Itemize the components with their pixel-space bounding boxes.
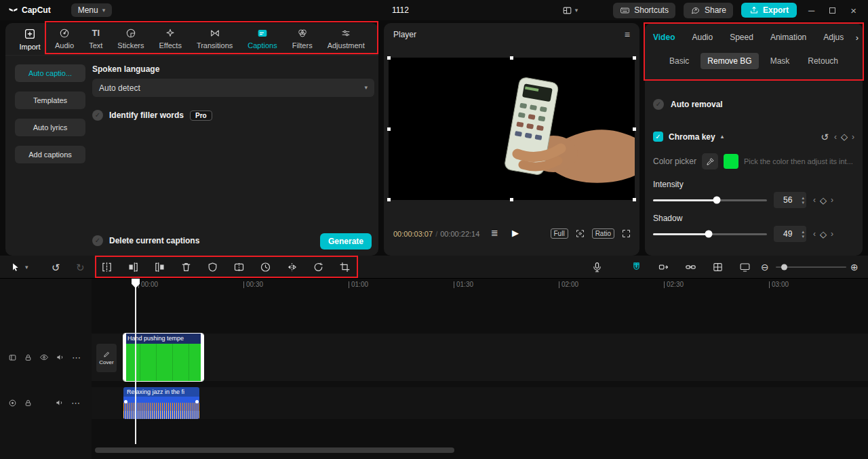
tabs-overflow-icon[interactable]: › xyxy=(856,33,859,42)
audio-keyframe-dot[interactable] xyxy=(195,400,199,403)
sidebar-item-add-captions[interactable]: Add captions xyxy=(15,146,85,163)
tab-transitions[interactable]: Transitions xyxy=(189,28,240,49)
record-track-icon[interactable] xyxy=(8,399,17,407)
full-view-button[interactable]: Full xyxy=(551,228,568,239)
preview-axis-icon[interactable] xyxy=(712,261,724,273)
transform-handle[interactable] xyxy=(510,198,513,201)
export-button[interactable]: Export xyxy=(741,3,797,18)
chevron-down-icon[interactable]: ▾ xyxy=(25,264,28,270)
hide-track-icon[interactable] xyxy=(39,353,49,362)
linking-icon[interactable] xyxy=(685,261,696,273)
speed-icon[interactable] xyxy=(260,261,271,273)
eyedropper-button[interactable] xyxy=(702,153,718,169)
language-select[interactable]: Auto detect ▾ xyxy=(92,79,374,97)
magnetic-main-track-icon[interactable] xyxy=(631,261,642,273)
tab-speed[interactable]: Speed xyxy=(730,33,753,42)
transform-handle[interactable] xyxy=(633,127,636,131)
transform-handle[interactable] xyxy=(633,198,636,201)
shadow-value-box[interactable]: 49 ▴ ▾ xyxy=(774,226,806,242)
auto-removal-checkbox[interactable]: ✓ xyxy=(653,99,664,110)
sidebar-item-templates[interactable]: Templates xyxy=(15,92,85,109)
track-more-icon[interactable]: ⋯ xyxy=(71,399,80,407)
zoom-out-icon[interactable]: ⊖ xyxy=(761,262,769,272)
fullscreen-icon[interactable] xyxy=(621,228,631,239)
delete-right-icon[interactable] xyxy=(154,261,165,273)
freeze-icon[interactable] xyxy=(207,261,218,273)
identify-filler-checkbox[interactable]: ✓ xyxy=(92,110,103,121)
timeline-zoom-slider[interactable] xyxy=(776,266,846,268)
collapse-icon[interactable]: ▴ xyxy=(721,134,724,140)
prev-keyframe-icon[interactable]: ‹ xyxy=(834,133,837,141)
subtab-remove-bg[interactable]: Remove BG xyxy=(701,53,758,69)
transform-handle[interactable] xyxy=(633,56,636,60)
intensity-value-box[interactable]: 56 ▴ ▾ xyxy=(774,192,806,208)
subtab-basic[interactable]: Basic xyxy=(663,53,696,69)
record-voiceover-icon[interactable] xyxy=(591,261,603,273)
sidebar-item-auto-lyrics[interactable]: Auto lyrics xyxy=(15,119,85,136)
zoom-in-icon[interactable]: ⊕ xyxy=(850,262,859,272)
tab-captions[interactable]: Captions xyxy=(240,28,284,49)
track-more-icon[interactable]: ⋯ xyxy=(72,353,81,362)
import-button[interactable]: Import xyxy=(12,28,47,51)
reset-icon[interactable]: ↺ xyxy=(821,132,829,142)
chroma-key-checkbox[interactable]: ✓ xyxy=(653,132,663,142)
sidebar-item-auto-captions[interactable]: Auto captio... xyxy=(15,64,85,82)
add-keyframe-icon[interactable]: ◇ xyxy=(841,132,848,141)
delete-icon[interactable] xyxy=(180,261,192,273)
transform-handle[interactable] xyxy=(387,56,391,60)
render-preview-icon[interactable] xyxy=(739,261,751,273)
tab-adjustment-settings[interactable]: Adjus xyxy=(823,33,844,42)
delete-left-icon[interactable] xyxy=(127,261,139,273)
split-icon[interactable] xyxy=(101,261,113,273)
video-preview[interactable] xyxy=(389,58,635,200)
crop-icon[interactable] xyxy=(339,261,351,273)
tab-adjustment[interactable]: Adjustment xyxy=(320,28,372,49)
layout-switcher[interactable]: ▾ xyxy=(562,5,578,16)
next-keyframe-icon[interactable]: › xyxy=(852,133,854,141)
mute-track-icon[interactable] xyxy=(56,353,65,362)
focus-icon[interactable] xyxy=(575,228,585,239)
close-button[interactable]: × xyxy=(847,5,860,16)
tab-animation[interactable]: Animation xyxy=(770,33,806,42)
next-keyframe-icon[interactable]: › xyxy=(831,230,833,238)
track-screen-icon[interactable] xyxy=(8,353,17,362)
player-menu-icon[interactable]: ≡ xyxy=(625,30,630,39)
tab-stickers[interactable]: Stickers xyxy=(110,28,151,49)
add-keyframe-icon[interactable]: ◇ xyxy=(820,196,827,205)
ratio-button[interactable]: Ratio xyxy=(592,228,614,239)
tab-audio-settings[interactable]: Audio xyxy=(692,33,713,42)
menu-button[interactable]: Menu ▾ xyxy=(71,3,113,17)
play-queue-icon[interactable]: ≣ xyxy=(491,228,498,237)
tab-text[interactable]: TI Text xyxy=(81,28,110,49)
intensity-stepper[interactable]: ▴ ▾ xyxy=(802,195,804,205)
lock-track-icon[interactable] xyxy=(24,353,33,362)
cover-button[interactable]: Cover xyxy=(96,344,117,372)
tab-audio[interactable]: Audio xyxy=(47,28,81,49)
transform-handle[interactable] xyxy=(510,56,513,60)
playhead-line[interactable] xyxy=(135,279,136,444)
rotate-icon[interactable] xyxy=(313,261,324,273)
shadow-stepper[interactable]: ▴ ▾ xyxy=(802,229,804,239)
chroma-color-swatch[interactable] xyxy=(724,154,738,169)
next-keyframe-icon[interactable]: › xyxy=(831,196,833,204)
timeline-scrollbar[interactable] xyxy=(95,447,454,453)
subtab-retouch[interactable]: Retouch xyxy=(801,53,845,69)
minimize-button[interactable]: ─ xyxy=(805,6,818,15)
auto-ripple-icon[interactable] xyxy=(658,261,669,273)
maximize-button[interactable] xyxy=(829,7,835,14)
mute-track-icon[interactable] xyxy=(55,398,64,407)
prev-keyframe-icon[interactable]: ‹ xyxy=(813,230,816,238)
video-track-lane[interactable] xyxy=(92,334,868,381)
play-button[interactable]: ▶ xyxy=(512,228,519,237)
tab-effects[interactable]: Effects xyxy=(151,28,189,49)
tab-filters[interactable]: Filters xyxy=(285,28,320,49)
intensity-slider[interactable] xyxy=(653,199,767,201)
flip-horizontal-icon[interactable] xyxy=(286,261,298,273)
audio-keyframe-dot[interactable] xyxy=(124,400,127,403)
delete-captions-checkbox[interactable]: ✓ xyxy=(92,235,103,246)
zoom-slider-thumb[interactable] xyxy=(781,264,787,270)
tab-video[interactable]: Video xyxy=(653,33,675,42)
shortcuts-button[interactable]: Shortcuts xyxy=(613,3,675,18)
lock-track-icon[interactable] xyxy=(24,399,33,407)
prev-keyframe-icon[interactable]: ‹ xyxy=(813,196,816,204)
